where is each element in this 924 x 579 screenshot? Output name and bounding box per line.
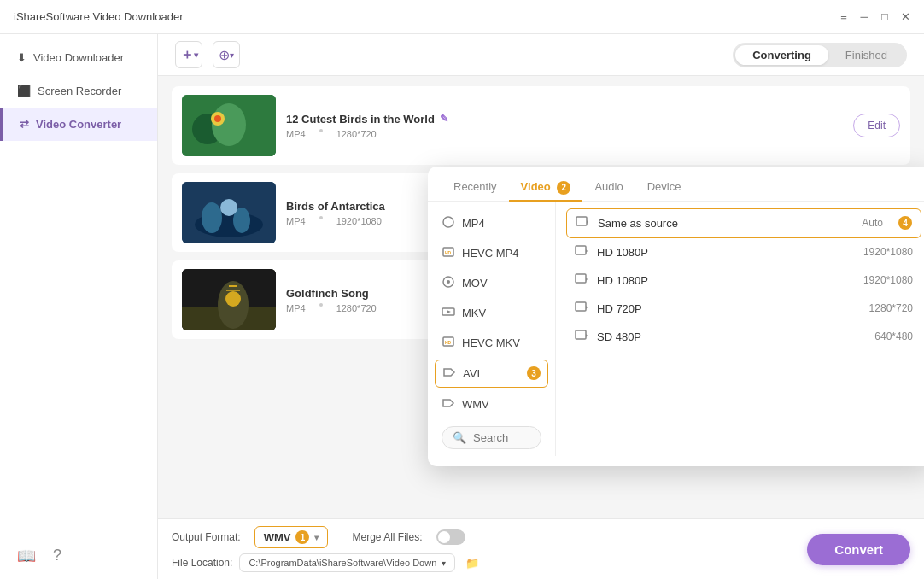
- video-thumb-2: [182, 182, 276, 243]
- top-bar: ＋ ▾ ⊕ ▾ Converting Finished: [158, 34, 924, 76]
- dropdown-chevron-icon: ▾: [314, 533, 319, 542]
- converting-tab[interactable]: Converting: [735, 45, 828, 65]
- edit-link-icon-1[interactable]: ✎: [440, 113, 448, 125]
- svg-rect-31: [576, 302, 586, 311]
- svg-marker-28: [586, 249, 588, 253]
- format-hevc-mkv[interactable]: HD HEVC MKV: [428, 328, 555, 358]
- quality-same-source[interactable]: Same as source Auto 4: [566, 208, 921, 238]
- search-icon: 🔍: [453, 431, 466, 444]
- add-dropdown-icon: ▾: [194, 50, 198, 60]
- format-hevc-mp4[interactable]: HD HEVC MP4: [428, 238, 555, 268]
- sidebar-item-screen-recorder[interactable]: ⬛ Screen Recorder: [0, 74, 157, 108]
- main-layout: ⬇ Video Downloader ⬛ Screen Recorder ⇄ V…: [0, 34, 924, 579]
- quality-video-icon-3: [575, 301, 588, 316]
- format-mov[interactable]: MOV: [428, 268, 555, 298]
- format-mp4[interactable]: MP4: [428, 208, 555, 238]
- dot-3: [319, 303, 323, 307]
- folder-browse-icon[interactable]: 📁: [465, 557, 479, 570]
- quality-sd480[interactable]: SD 480P 640*480: [566, 323, 921, 351]
- quality-list: Same as source Auto 4 HD 1080P 1920*1080: [556, 202, 924, 456]
- svg-text:HD: HD: [445, 250, 452, 255]
- dot-2: [319, 216, 323, 219]
- close-btn[interactable]: ✕: [900, 12, 910, 22]
- file-path-selector[interactable]: C:\ProgramData\iShareSoftware\Video Down…: [239, 553, 455, 572]
- convert-button[interactable]: Convert: [807, 534, 910, 565]
- sidebar: ⬇ Video Downloader ⬛ Screen Recorder ⇄ V…: [0, 34, 158, 579]
- svg-marker-34: [586, 334, 588, 337]
- finished-tab[interactable]: Finished: [828, 45, 904, 65]
- output-format-label: Output Format:: [172, 531, 241, 543]
- convert-icon: ⇄: [20, 118, 29, 131]
- tab-audio[interactable]: Audio: [582, 175, 635, 202]
- format-dropdown: Recently Video 2 Audio Device M: [428, 167, 924, 466]
- screen-icon: ⬛: [17, 85, 31, 97]
- tab-recently[interactable]: Recently: [442, 175, 509, 202]
- svg-marker-22: [447, 310, 451, 313]
- maximize-btn[interactable]: □: [880, 12, 890, 22]
- svg-rect-33: [576, 330, 586, 339]
- format-list: MP4 HD HEVC MP4 MOV: [428, 202, 556, 456]
- output-badge: 1: [295, 530, 309, 544]
- download-icon: ⬇: [17, 51, 26, 64]
- quality-video-icon-0: [576, 216, 589, 231]
- search-input[interactable]: [473, 431, 530, 444]
- quality-hd1080-1[interactable]: HD 1080P 1920*1080: [566, 238, 921, 266]
- tab-device[interactable]: Device: [635, 175, 693, 202]
- merge-toggle[interactable]: [436, 529, 465, 545]
- menu-icon[interactable]: ≡: [839, 12, 849, 22]
- video-thumb-3: [182, 269, 276, 330]
- quality-video-icon-1: [575, 245, 588, 260]
- bottom-row2: File Location: C:\ProgramData\iShareSoft…: [172, 553, 910, 572]
- svg-text:HD: HD: [445, 340, 452, 345]
- quality-hd720[interactable]: HD 720P 1280*720: [566, 295, 921, 323]
- format-search: 🔍: [428, 419, 555, 449]
- mp4-icon: [442, 215, 455, 231]
- format-avi[interactable]: AVI 3: [435, 360, 548, 388]
- search-box: 🔍: [442, 426, 541, 449]
- hevc-mkv-icon: HD: [442, 335, 455, 351]
- video-item-1: 12 Cutest Birds in the World ✎ MP4 1280*…: [172, 86, 910, 165]
- output-format-value: WMV: [264, 531, 291, 544]
- quality-video-icon-4: [575, 330, 588, 344]
- download-add-icon: ⊕: [219, 47, 230, 63]
- window-controls: ≡ ─ □ ✕: [839, 12, 910, 22]
- video-tab-badge: 2: [557, 181, 570, 195]
- book-icon[interactable]: 📖: [17, 547, 36, 565]
- hevc-mp4-icon: HD: [442, 245, 455, 261]
- merge-label: Merge All Files:: [352, 531, 422, 543]
- output-format-selector[interactable]: WMV 1 ▾: [254, 526, 329, 548]
- video-info-1: 12 Cutest Birds in the World ✎ MP4 1280*…: [286, 113, 843, 139]
- sidebar-bottom: 📖 ?: [0, 547, 158, 565]
- svg-point-9: [220, 199, 237, 216]
- format-wmv[interactable]: WMV: [428, 389, 555, 419]
- svg-rect-27: [576, 246, 586, 254]
- add-icon: ＋: [180, 46, 194, 64]
- file-location-label: File Location:: [172, 557, 232, 569]
- help-icon[interactable]: ?: [53, 547, 61, 565]
- sidebar-item-video-downloader[interactable]: ⬇ Video Downloader: [0, 41, 157, 74]
- svg-point-4: [214, 115, 221, 122]
- svg-rect-29: [576, 274, 586, 283]
- format-mkv[interactable]: MKV: [428, 298, 555, 328]
- quality-hd1080-2[interactable]: HD 1080P 1920*1080: [566, 266, 921, 295]
- svg-marker-30: [586, 278, 588, 281]
- download-dropdown-icon: ▾: [230, 50, 234, 60]
- svg-point-7: [202, 202, 222, 233]
- mkv-icon: [442, 305, 455, 321]
- tab-video[interactable]: Video 2: [509, 175, 583, 202]
- app-title: iShareSoftware Video Downloader: [14, 10, 184, 23]
- svg-rect-25: [576, 217, 587, 225]
- chevron-down-icon: ▾: [442, 559, 446, 568]
- svg-point-13: [225, 291, 241, 307]
- add-file-button[interactable]: ＋ ▾: [175, 41, 202, 68]
- edit-button-1[interactable]: Edit: [853, 114, 900, 137]
- video-meta-1: MP4 1280*720: [286, 129, 843, 139]
- dropdown-body: MP4 HD HEVC MP4 MOV: [428, 202, 924, 456]
- minimize-btn[interactable]: ─: [859, 12, 869, 22]
- download-add-button[interactable]: ⊕ ▾: [213, 41, 240, 68]
- content-area: ＋ ▾ ⊕ ▾ Converting Finished: [158, 34, 924, 579]
- sidebar-item-video-converter[interactable]: ⇄ Video Converter: [0, 108, 157, 141]
- avi-badge: 3: [527, 366, 541, 380]
- bottom-row1: Output Format: WMV 1 ▾ Merge All Files:: [172, 526, 910, 548]
- toolbar-actions: ＋ ▾ ⊕ ▾: [175, 41, 240, 68]
